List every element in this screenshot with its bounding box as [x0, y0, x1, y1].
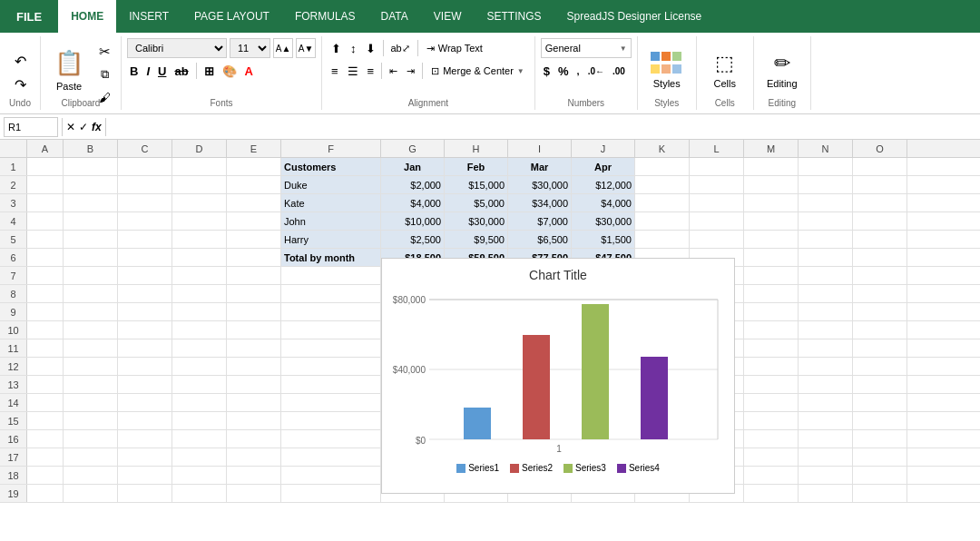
- cell-reference-box[interactable]: R1: [4, 117, 58, 137]
- cell-m1[interactable]: [744, 158, 799, 175]
- cell-c3[interactable]: [118, 194, 172, 211]
- cell-b5[interactable]: [64, 231, 118, 248]
- cell-f1[interactable]: Customers: [281, 158, 381, 175]
- borders-button[interactable]: ⊞: [201, 61, 217, 81]
- cell-i1[interactable]: Mar: [508, 158, 572, 175]
- cell-d3[interactable]: [172, 194, 227, 211]
- cancel-formula-icon[interactable]: ✕: [66, 121, 75, 133]
- cell-o3[interactable]: [853, 194, 907, 211]
- cell-a3[interactable]: [27, 194, 64, 211]
- chart-container[interactable]: Chart Title $80,000 $40,000 $0: [381, 258, 735, 494]
- insert-function-icon[interactable]: fx: [92, 121, 102, 133]
- cell-b1[interactable]: [64, 158, 118, 175]
- col-header-j[interactable]: J: [572, 140, 635, 158]
- cell-k4[interactable]: [635, 212, 690, 230]
- cell-f5[interactable]: Harry: [281, 231, 381, 248]
- wrap-text-button[interactable]: ⇥ Wrap Text: [422, 41, 487, 56]
- font-size-select[interactable]: 11: [230, 38, 270, 58]
- tab-formulas[interactable]: FORMULAS: [282, 0, 368, 33]
- cell-j4[interactable]: $30,000: [572, 212, 635, 230]
- strikethrough-button[interactable]: ab: [172, 61, 191, 81]
- cell-a6[interactable]: [27, 249, 64, 266]
- paste-button[interactable]: 📋 Paste: [46, 38, 92, 102]
- cell-o1[interactable]: [853, 158, 907, 175]
- cell-g3[interactable]: $4,000: [381, 194, 445, 211]
- font-color-button[interactable]: A: [242, 61, 256, 81]
- cell-o2[interactable]: [853, 176, 907, 193]
- cell-j2[interactable]: $12,000: [572, 176, 635, 193]
- tab-home[interactable]: HOME: [58, 0, 116, 33]
- styles-button[interactable]: Styles: [643, 38, 691, 102]
- tab-spreadjs[interactable]: SpreadJS Designer License: [554, 0, 715, 33]
- cell-k5[interactable]: [635, 231, 690, 248]
- percent-button[interactable]: %: [555, 61, 572, 81]
- comma-button[interactable]: ,: [574, 61, 583, 81]
- cell-h4[interactable]: $30,000: [445, 212, 508, 230]
- italic-button[interactable]: I: [143, 61, 152, 81]
- align-bottom-button[interactable]: ⬇: [362, 38, 379, 58]
- cell-g4[interactable]: $10,000: [381, 212, 445, 230]
- align-center-button[interactable]: ☰: [344, 61, 362, 81]
- cell-n1[interactable]: [799, 158, 853, 175]
- align-right-button[interactable]: ≡: [364, 61, 378, 81]
- cell-d4[interactable]: [172, 212, 227, 230]
- merge-center-button[interactable]: ⊡ Merge & Center ▼: [426, 64, 529, 79]
- cell-b6[interactable]: [64, 249, 118, 266]
- cell-h1[interactable]: Feb: [445, 158, 508, 175]
- cell-j5[interactable]: $1,500: [572, 231, 635, 248]
- col-header-k[interactable]: K: [635, 140, 690, 158]
- tab-insert[interactable]: INSERT: [116, 0, 181, 33]
- col-header-d[interactable]: D: [172, 140, 227, 158]
- cell-c2[interactable]: [118, 176, 172, 193]
- tab-file[interactable]: FILE: [0, 0, 58, 33]
- col-header-b[interactable]: B: [64, 140, 118, 158]
- tab-data[interactable]: DATA: [368, 0, 421, 33]
- bold-button[interactable]: B: [127, 61, 141, 81]
- cell-n5[interactable]: [799, 231, 853, 248]
- cell-h5[interactable]: $9,500: [445, 231, 508, 248]
- cell-h2[interactable]: $15,000: [445, 176, 508, 193]
- decrease-decimal-button[interactable]: .0←: [585, 61, 607, 81]
- cell-e2[interactable]: [227, 176, 281, 193]
- col-header-i[interactable]: I: [508, 140, 572, 158]
- copy-button[interactable]: ⧉: [94, 64, 115, 84]
- number-format-dropdown[interactable]: General ▼: [541, 38, 632, 58]
- align-left-button[interactable]: ≡: [328, 61, 342, 81]
- col-header-n[interactable]: N: [799, 140, 853, 158]
- cell-f3[interactable]: Kate: [281, 194, 381, 211]
- cell-h3[interactable]: $5,000: [445, 194, 508, 211]
- cell-i3[interactable]: $34,000: [508, 194, 572, 211]
- align-middle-button[interactable]: ↕: [347, 38, 360, 58]
- cell-m6[interactable]: [744, 249, 799, 266]
- cell-a2[interactable]: [27, 176, 64, 193]
- cell-i2[interactable]: $30,000: [508, 176, 572, 193]
- cell-n2[interactable]: [799, 176, 853, 193]
- cell-k3[interactable]: [635, 194, 690, 211]
- cell-k2[interactable]: [635, 176, 690, 193]
- formula-input[interactable]: [110, 121, 976, 133]
- cell-a4[interactable]: [27, 212, 64, 230]
- fill-color-button[interactable]: 🎨: [220, 61, 240, 81]
- cell-c6[interactable]: [118, 249, 172, 266]
- cell-l4[interactable]: [690, 212, 744, 230]
- cell-c4[interactable]: [118, 212, 172, 230]
- cell-b4[interactable]: [64, 212, 118, 230]
- cell-e1[interactable]: [227, 158, 281, 175]
- cell-b3[interactable]: [64, 194, 118, 211]
- increase-indent-button[interactable]: ⇥: [403, 61, 418, 81]
- cell-e6[interactable]: [227, 249, 281, 266]
- increase-decimal-button[interactable]: .00: [610, 61, 628, 81]
- cell-m2[interactable]: [744, 176, 799, 193]
- cell-o5[interactable]: [853, 231, 907, 248]
- font-decrease-button[interactable]: A▼: [296, 38, 316, 58]
- tab-page-layout[interactable]: PAGE LAYOUT: [181, 0, 282, 33]
- cell-b2[interactable]: [64, 176, 118, 193]
- col-header-o[interactable]: O: [853, 140, 907, 158]
- cell-d2[interactable]: [172, 176, 227, 193]
- tab-settings[interactable]: SETTINGS: [474, 0, 554, 33]
- cell-l1[interactable]: [690, 158, 744, 175]
- col-header-f[interactable]: F: [281, 140, 381, 158]
- underline-button[interactable]: U: [155, 61, 169, 81]
- cell-a1[interactable]: [27, 158, 64, 175]
- cut-button[interactable]: ✂: [94, 42, 115, 62]
